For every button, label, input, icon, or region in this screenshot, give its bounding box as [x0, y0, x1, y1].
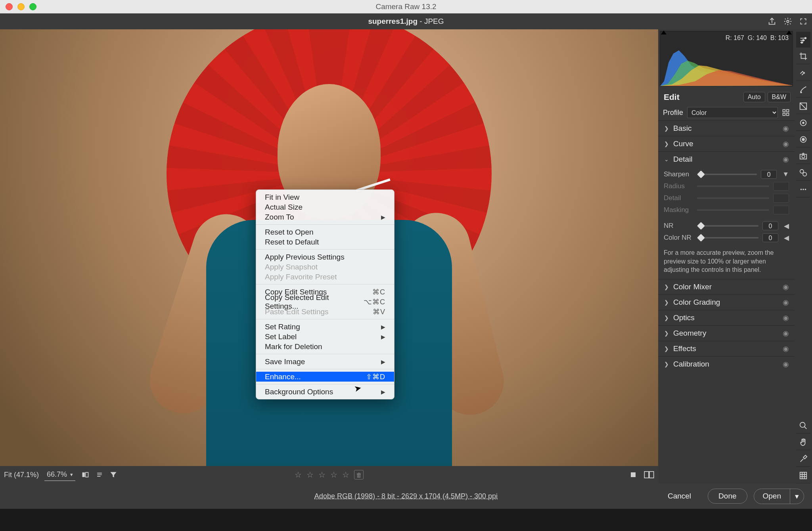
menu-reset-to-open[interactable]: Reset to Open — [256, 227, 394, 237]
bw-button[interactable]: B&W — [768, 92, 791, 102]
heal-tool-icon[interactable] — [796, 65, 810, 81]
star-1[interactable]: ☆ — [295, 470, 302, 479]
auto-button[interactable]: Auto — [743, 92, 765, 102]
menu-apply-previous[interactable]: Apply Previous Settings — [256, 252, 394, 262]
masking-label: Masking — [664, 206, 693, 214]
gear-icon[interactable] — [783, 17, 792, 26]
eye-icon[interactable]: ◉ — [783, 283, 789, 291]
list-icon[interactable] — [95, 471, 104, 479]
menu-set-rating[interactable]: Set Rating▶ — [256, 322, 394, 332]
section-curve[interactable]: ❯Curve◉ — [658, 136, 795, 151]
radial-tool-icon[interactable] — [796, 115, 810, 131]
nr-value[interactable]: 0 — [762, 222, 778, 230]
trash-icon[interactable]: 🗑 — [354, 470, 364, 479]
section-color-grading[interactable]: ❯Color Grading◉ — [658, 295, 795, 310]
presets-tool-icon[interactable] — [796, 165, 810, 181]
section-detail[interactable]: ⌄Detail◉ — [658, 152, 795, 167]
close-window-button[interactable] — [6, 3, 13, 10]
document-filename: superres1.jpg — [368, 17, 417, 25]
zoom-dropdown[interactable]: 66.7%▾ — [44, 469, 75, 481]
zoom-tool-icon[interactable] — [796, 418, 810, 434]
chevron-right-icon: ❯ — [664, 299, 669, 306]
highlight-clip-icon[interactable] — [786, 31, 792, 34]
open-dropdown-icon[interactable]: ▾ — [790, 489, 804, 504]
section-color-mixer[interactable]: ❯Color Mixer◉ — [658, 279, 795, 294]
snapshot-tool-icon[interactable] — [796, 148, 810, 164]
more-tool-icon[interactable] — [796, 181, 810, 197]
filter-icon[interactable] — [109, 471, 117, 479]
section-geometry[interactable]: ❯Geometry◉ — [658, 326, 795, 341]
window-title: Camera Raw 13.2 — [0, 2, 812, 11]
cancel-button[interactable]: Cancel — [657, 489, 701, 503]
disclosure-icon[interactable]: ◀ — [784, 222, 789, 230]
fit-zoom-label[interactable]: Fit (47.1%) — [4, 471, 39, 479]
sampler-tool-icon[interactable] — [796, 451, 810, 467]
star-4[interactable]: ☆ — [330, 470, 337, 479]
eye-icon[interactable]: ◉ — [783, 124, 789, 133]
menu-mark-for-deletion[interactable]: Mark for Deletion — [256, 342, 394, 351]
chevron-right-icon: ❯ — [664, 361, 669, 367]
sharpen-value[interactable]: 0 — [761, 170, 777, 179]
disclosure-icon[interactable]: ▼ — [782, 170, 789, 178]
eye-icon[interactable]: ◉ — [783, 155, 789, 164]
profile-select[interactable]: Color — [687, 107, 778, 118]
star-3[interactable]: ☆ — [318, 470, 326, 479]
fullscreen-icon[interactable] — [799, 17, 807, 25]
menu-copy-selected-edit-settings[interactable]: Copy Selected Edit Settings...⌥⌘C — [256, 297, 394, 307]
minimize-window-button[interactable] — [17, 3, 25, 10]
svg-point-22 — [801, 189, 802, 190]
crop-tool-icon[interactable] — [796, 48, 810, 64]
hand-tool-icon[interactable] — [796, 434, 810, 450]
image-metadata[interactable]: Adobe RGB (1998) - 8 bit - 2629 x 1704 (… — [314, 492, 498, 500]
edit-panel: R: 167 G: 140 B: 103 Edit Auto B&W Profi… — [658, 29, 795, 483]
profile-browser-icon[interactable] — [782, 109, 790, 117]
svg-point-19 — [802, 155, 804, 158]
export-icon[interactable] — [768, 17, 776, 26]
histogram[interactable]: R: 167 G: 140 B: 103 — [660, 31, 793, 86]
eye-icon[interactable]: ◉ — [783, 298, 789, 307]
edit-tool-icon[interactable] — [796, 32, 810, 48]
section-calibration[interactable]: ❯Calibration◉ — [658, 357, 795, 372]
menu-save-image[interactable]: Save Image▶ — [256, 357, 394, 367]
open-button[interactable]: Open▾ — [754, 489, 804, 504]
detail-slider — [697, 197, 769, 199]
context-menu: Fit in View Actual Size Zoom To▶ Reset t… — [256, 189, 395, 399]
detail-value — [773, 194, 789, 202]
section-optics[interactable]: ❯Optics◉ — [658, 310, 795, 325]
menu-enhance[interactable]: Enhance...⇧⌘D — [256, 372, 394, 382]
nr-slider[interactable] — [697, 225, 758, 227]
eye-icon[interactable]: ◉ — [783, 313, 789, 322]
menu-actual-size[interactable]: Actual Size — [256, 202, 394, 212]
masking-value — [773, 206, 789, 214]
gradient-tool-icon[interactable] — [796, 98, 810, 114]
chevron-down-icon: ▾ — [70, 472, 73, 478]
eye-icon[interactable]: ◉ — [783, 360, 789, 369]
zoom-window-button[interactable] — [29, 3, 36, 10]
single-view-icon[interactable] — [629, 471, 638, 478]
section-effects[interactable]: ❯Effects◉ — [658, 341, 795, 356]
star-5[interactable]: ☆ — [342, 470, 349, 479]
disclosure-icon[interactable]: ◀ — [784, 234, 789, 242]
colornr-value[interactable]: 0 — [762, 233, 778, 242]
split-view-icon[interactable] — [644, 471, 654, 478]
colornr-slider[interactable] — [697, 237, 758, 239]
star-2[interactable]: ☆ — [306, 470, 314, 479]
menu-fit-in-view[interactable]: Fit in View — [256, 192, 394, 202]
done-button[interactable]: Done — [708, 489, 747, 504]
grid-tool-icon[interactable] — [796, 468, 810, 483]
sharpen-slider[interactable] — [697, 174, 757, 175]
section-basic[interactable]: ❯Basic◉ — [658, 121, 795, 136]
menu-apply-snapshot: Apply Snapshot — [256, 262, 394, 272]
eye-icon[interactable]: ◉ — [783, 139, 789, 148]
brush-tool-icon[interactable] — [796, 82, 810, 97]
menu-zoom-to[interactable]: Zoom To▶ — [256, 212, 394, 222]
menu-background-options[interactable]: Background Options▶ — [256, 387, 394, 397]
menu-reset-to-default[interactable]: Reset to Default — [256, 237, 394, 247]
image-canvas[interactable]: Fit in View Actual Size Zoom To▶ Reset t… — [0, 29, 658, 483]
redeye-tool-icon[interactable] — [796, 132, 810, 147]
compare-icon[interactable] — [81, 471, 90, 479]
eye-icon[interactable]: ◉ — [783, 329, 789, 338]
shadow-clip-icon[interactable] — [661, 31, 666, 34]
eye-icon[interactable]: ◉ — [783, 344, 789, 353]
menu-set-label[interactable]: Set Label▶ — [256, 332, 394, 342]
